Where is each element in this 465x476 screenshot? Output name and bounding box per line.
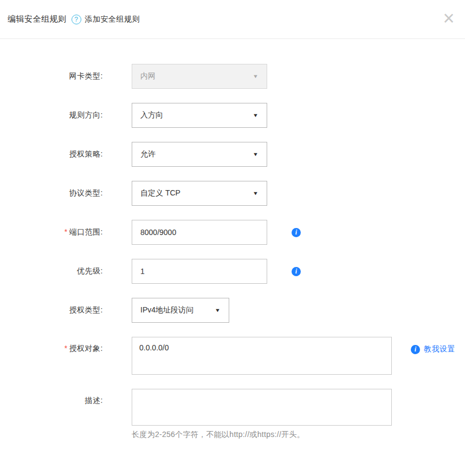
policy-label: 授权策略:	[0, 149, 103, 159]
protocol-label: 协议类型:	[0, 188, 103, 198]
priority-input[interactable]	[132, 259, 267, 284]
row-policy: 授权策略: 允许 ▼	[0, 142, 465, 167]
teach-me-link[interactable]: 教我设置	[424, 344, 455, 354]
dropdown-arrow-icon: ▼	[215, 308, 221, 313]
dialog-subtitle: 添加安全组规则	[85, 15, 140, 24]
auth-type-select[interactable]: IPv4地址段访问 ▼	[132, 298, 229, 323]
dropdown-arrow-icon: ▼	[253, 74, 259, 79]
port-range-input[interactable]	[132, 220, 267, 245]
priority-label: 优先级:	[0, 266, 103, 276]
dropdown-arrow-icon: ▼	[253, 191, 259, 196]
nic-type-label: 网卡类型:	[0, 71, 103, 81]
auth-object-textarea[interactable]: 0.0.0.0/0	[132, 337, 392, 375]
close-icon[interactable]: ×	[437, 8, 461, 29]
row-nic-type: 网卡类型: 内网 ▼	[0, 64, 465, 89]
auth-type-label: 授权类型:	[0, 305, 103, 315]
row-rule-direction: 规则方向: 入方向 ▼	[0, 103, 465, 128]
row-priority: 优先级: i	[0, 259, 465, 284]
required-asterisk: *	[64, 344, 68, 353]
row-description: 描述: 长度为2-256个字符，不能以http://或https://开头。	[0, 389, 465, 440]
edit-security-group-rule-dialog: { "header": { "title": "编辑安全组规则", "subti…	[0, 0, 465, 476]
row-auth-type: 授权类型: IPv4地址段访问 ▼	[0, 298, 465, 323]
auth-object-label: *授权对象:	[0, 337, 103, 354]
description-hint: 长度为2-256个字符，不能以http://或https://开头。	[132, 430, 392, 440]
description-textarea[interactable]	[132, 389, 392, 426]
info-icon[interactable]: i	[292, 267, 301, 276]
nic-type-select: 内网 ▼	[132, 64, 267, 89]
auth-type-value: IPv4地址段访问	[140, 305, 193, 315]
policy-value: 允许	[140, 149, 156, 159]
protocol-select[interactable]: 自定义 TCP ▼	[132, 181, 267, 206]
rule-direction-value: 入方向	[140, 110, 163, 120]
row-protocol: 协议类型: 自定义 TCP ▼	[0, 181, 465, 206]
nic-type-value: 内网	[140, 71, 156, 81]
row-port-range: *端口范围: i	[0, 220, 465, 245]
dropdown-arrow-icon: ▼	[253, 113, 259, 118]
dialog-title: 编辑安全组规则	[8, 14, 67, 24]
info-icon[interactable]: i	[411, 345, 420, 354]
protocol-value: 自定义 TCP	[140, 188, 180, 198]
required-asterisk: *	[64, 227, 68, 236]
row-auth-object: *授权对象: 0.0.0.0/0 i 教我设置	[0, 337, 465, 375]
dialog-header: 编辑安全组规则 ? 添加安全组规则	[0, 0, 465, 39]
rule-direction-select[interactable]: 入方向 ▼	[132, 103, 267, 128]
port-range-label: *端口范围:	[0, 227, 103, 237]
policy-select[interactable]: 允许 ▼	[132, 142, 267, 167]
description-label: 描述:	[0, 389, 103, 406]
info-icon[interactable]: i	[292, 228, 301, 237]
security-group-rule-form: 网卡类型: 内网 ▼ 规则方向: 入方向 ▼ 授权策略: 允许 ▼ 协议类型	[0, 39, 465, 440]
dropdown-arrow-icon: ▼	[253, 152, 259, 157]
rule-direction-label: 规则方向:	[0, 110, 103, 120]
help-icon[interactable]: ?	[72, 15, 81, 24]
